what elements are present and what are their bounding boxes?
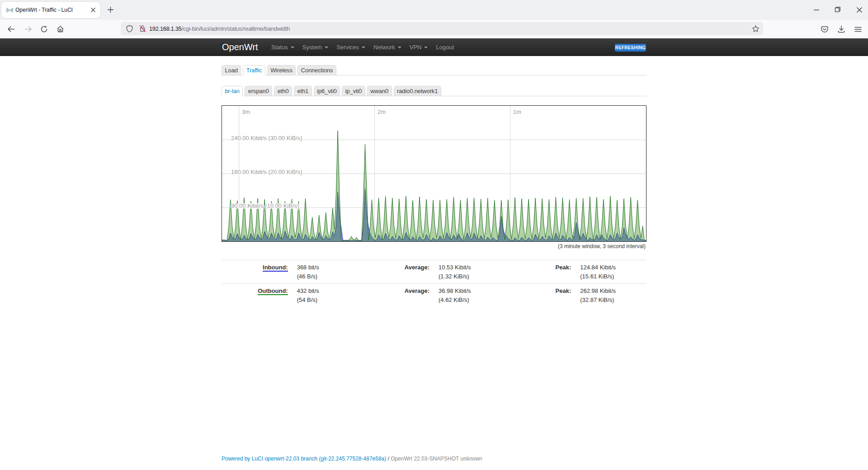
svg-text:80.00 Kibit/s (10.00 KiB/s): 80.00 Kibit/s (10.00 KiB/s) [231,202,299,209]
svg-text:2m: 2m [377,108,386,115]
svg-text:3m: 3m [242,108,250,115]
svg-text:1m: 1m [513,108,521,115]
svg-text:240.00 Kibit/s (30.00 KiB/s): 240.00 Kibit/s (30.00 KiB/s) [231,135,302,141]
svg-text:160.00 Kibit/s (20.00 KiB/s): 160.00 Kibit/s (20.00 KiB/s) [231,169,302,175]
